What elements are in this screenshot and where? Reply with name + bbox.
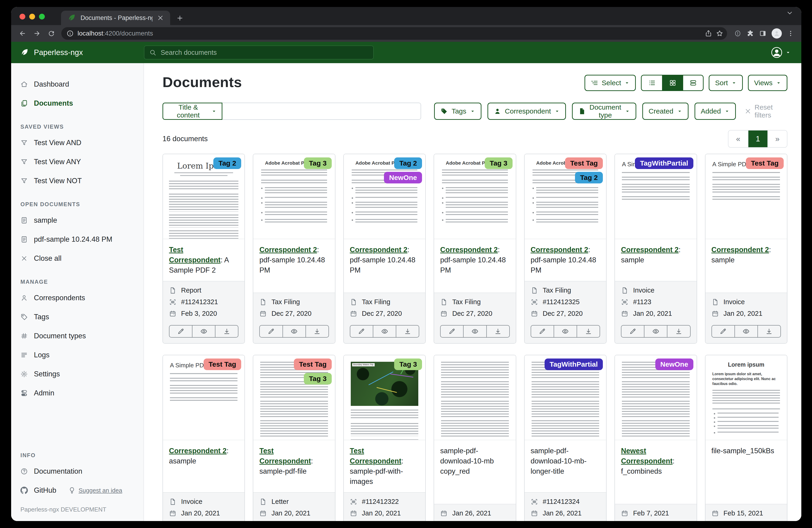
document-card[interactable]: Test TagA Simple PDF File Correspondent … <box>705 154 787 344</box>
document-thumbnail[interactable]: Test TagTag 3 <box>253 355 335 440</box>
document-card[interactable]: Test TagTag 2Adobe Acrobat PDF Files Cor… <box>524 154 607 344</box>
sidebar-item-pdf-sample-10-24-48-pm[interactable]: pdf-sample 10.24.48 PM <box>11 230 143 249</box>
download-button[interactable] <box>757 325 781 338</box>
reload-button[interactable] <box>45 27 58 40</box>
sidebar-item-test-view-any[interactable]: Test View ANY <box>11 152 143 171</box>
tab-search-chevron-icon[interactable] <box>786 9 794 17</box>
address-bar[interactable]: localhost:4200/documents <box>61 27 727 40</box>
view-button[interactable] <box>282 325 306 338</box>
document-card[interactable]: TagWithPartialA Simple PDF File Correspo… <box>614 154 697 344</box>
pagination-next-button[interactable]: » <box>767 130 787 147</box>
edit-button[interactable] <box>259 325 283 338</box>
download-button[interactable] <box>577 325 600 338</box>
download-button[interactable] <box>215 325 238 338</box>
app-brand[interactable]: Paperless-ngx <box>11 48 144 57</box>
tag-badge[interactable]: Tag 3 <box>304 373 332 385</box>
sidebar-item-sample[interactable]: sample <box>11 211 143 230</box>
correspondent-link[interactable]: Test Correspondent <box>350 447 401 465</box>
correspondent-link[interactable]: Correspondent 2 <box>440 246 498 254</box>
sidebar-item-documents[interactable]: Documents <box>11 94 143 113</box>
forward-button[interactable] <box>31 27 43 40</box>
document-thumbnail[interactable]: Test TagA Simple PDF File <box>706 154 787 239</box>
extensions-icon[interactable] <box>746 30 754 37</box>
edit-button[interactable] <box>711 325 735 338</box>
document-thumbnail[interactable]: NewOne <box>615 355 696 440</box>
filter-chip-correspondent[interactable]: Correspondent <box>488 103 566 120</box>
document-thumbnail[interactable]: Tag 3Adobe Acrobat PDF Files <box>434 154 516 239</box>
download-button[interactable] <box>305 325 329 338</box>
select-button[interactable]: Select <box>584 75 636 91</box>
pagination-prev-button[interactable]: « <box>728 130 748 147</box>
document-card[interactable]: Test TagA Simple PDF File Correspondent … <box>162 355 245 521</box>
document-thumbnail[interactable]: Tag 3Adobe Acrobat PDF Files <box>253 154 335 239</box>
maximize-window-button[interactable] <box>39 14 45 19</box>
browser-menu-icon[interactable] <box>787 30 794 37</box>
correspondent-link[interactable]: Correspondent 2 <box>621 246 679 254</box>
view-button[interactable] <box>463 325 487 338</box>
back-button[interactable] <box>16 27 29 40</box>
correspondent-link[interactable]: Correspondent 2 <box>350 246 407 254</box>
edit-button[interactable] <box>169 325 192 338</box>
document-card[interactable]: Lorem ipsum Lorem ipsum dolor sit amet, … <box>705 355 787 521</box>
sidebar-item-settings[interactable]: Settings <box>11 365 143 384</box>
browser-tab[interactable]: Documents - Paperless-ngx <box>61 11 170 25</box>
edit-button[interactable] <box>621 325 644 338</box>
sidebar-item-logs[interactable]: Logs <box>11 345 143 365</box>
tab-close-icon[interactable] <box>157 14 164 22</box>
views-button[interactable]: Views <box>748 75 787 91</box>
filter-chip-created[interactable]: Created <box>642 103 688 120</box>
document-thumbnail[interactable]: Test TagTag 2Adobe Acrobat PDF Files <box>525 154 606 239</box>
download-button[interactable] <box>486 325 510 338</box>
document-card[interactable]: Tag 3Adobe Acrobat PDF Files Corresponde… <box>434 154 516 344</box>
edit-button[interactable] <box>531 325 554 338</box>
sidebar-item-github[interactable]: GitHubSuggest an idea <box>11 481 143 500</box>
minimize-window-button[interactable] <box>29 14 35 19</box>
document-card[interactable]: Tag 2Lorem Ipsum Test Correspondent: A S… <box>162 154 245 344</box>
filter-chip-added[interactable]: Added <box>695 103 736 120</box>
tag-badge[interactable]: Tag 3 <box>304 157 332 169</box>
correspondent-link[interactable]: Correspondent 2 <box>531 246 588 254</box>
share-icon[interactable] <box>705 30 712 37</box>
tag-badge[interactable]: Test Tag <box>746 157 784 169</box>
view-button[interactable] <box>735 325 758 338</box>
sidebar-item-dashboard[interactable]: Dashboard <box>11 75 143 94</box>
edit-button[interactable] <box>350 325 373 338</box>
tag-badge[interactable]: Tag 2 <box>213 157 241 169</box>
download-button[interactable] <box>667 325 690 338</box>
tag-badge[interactable]: Tag 2 <box>575 172 603 183</box>
sidebar-item-documentation[interactable]: Documentation <box>11 462 143 481</box>
correspondent-link[interactable]: Newest Correspondent <box>621 447 672 465</box>
filter-chip-tags[interactable]: Tags <box>434 103 481 120</box>
document-thumbnail[interactable] <box>434 355 516 440</box>
document-card[interactable]: Test TagTag 3 Test Correspondent: sample… <box>253 355 335 521</box>
browser-profile-avatar[interactable] <box>772 28 782 39</box>
sidebar-item-tags[interactable]: Tags <box>11 308 143 327</box>
view-button[interactable] <box>192 325 215 338</box>
user-menu[interactable] <box>771 46 801 58</box>
document-card[interactable]: TagWithPartial sample-pdf-download-10-mb… <box>524 355 607 521</box>
sidebar-link-suggest-an-idea[interactable]: Suggest an idea <box>68 487 122 494</box>
document-card[interactable]: Tag 2NewOneAdobe Acrobat PDF Files Corre… <box>343 154 426 344</box>
filter-text-input[interactable] <box>222 103 421 120</box>
correspondent-link[interactable]: Correspondent 2 <box>259 246 317 254</box>
tag-badge[interactable]: NewOne <box>384 172 422 183</box>
sidebar-item-test-view-and[interactable]: Test View AND <box>11 133 143 152</box>
pagination-page-1[interactable]: 1 <box>748 130 767 147</box>
document-thumbnail[interactable]: Tag 3Boundary Waters Trip <box>344 355 425 440</box>
sidebar-item-document-types[interactable]: Document types <box>11 327 143 345</box>
document-thumbnail[interactable]: Tag 2NewOneAdobe Acrobat PDF Files <box>344 154 425 239</box>
download-button[interactable] <box>396 325 419 338</box>
close-window-button[interactable] <box>19 14 25 19</box>
document-thumbnail[interactable]: Lorem ipsum Lorem ipsum dolor sit amet, … <box>706 355 787 440</box>
title-content-filter-button[interactable]: Title & content <box>162 103 222 120</box>
global-search[interactable] <box>144 45 374 59</box>
sidebar-item-correspondents[interactable]: Correspondents <box>11 288 143 308</box>
new-tab-button[interactable] <box>176 14 184 22</box>
bookmark-star-icon[interactable] <box>716 30 723 37</box>
sidebar-item-test-view-not[interactable]: Test View NOT <box>11 171 143 190</box>
document-card[interactable]: Tag 3Boundary Waters Trip Test Correspon… <box>343 355 426 521</box>
tag-badge[interactable]: Test Tag <box>294 358 332 370</box>
edit-button[interactable] <box>440 325 464 338</box>
document-card[interactable]: sample-pdf-download-10-mb copy_red Jan 2… <box>434 355 516 521</box>
sidebar-item-close-all[interactable]: Close all <box>11 249 143 268</box>
